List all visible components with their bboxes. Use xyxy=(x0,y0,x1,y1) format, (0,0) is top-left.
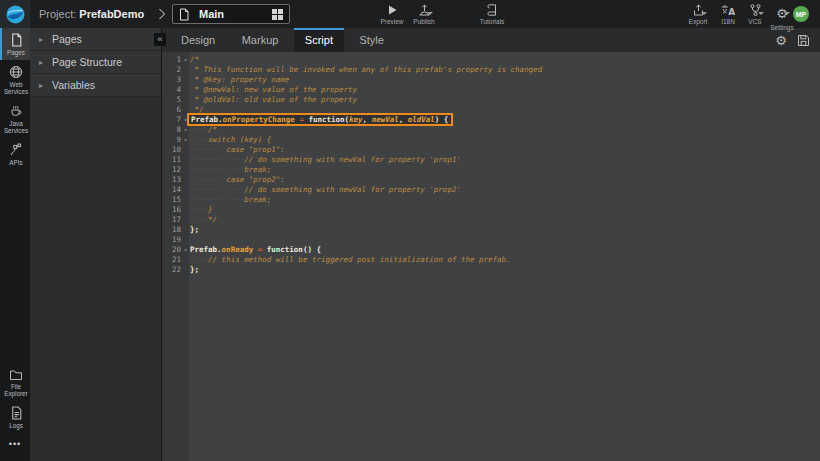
line-number[interactable]: 16 xyxy=(162,205,181,215)
line-number[interactable]: 19 xyxy=(162,235,181,245)
export-caret-icon xyxy=(701,12,707,15)
tab-style[interactable]: Style xyxy=(348,28,394,52)
sidebar-item-file-explorer[interactable]: File Explorer xyxy=(0,364,30,401)
line-number[interactable]: 8 xyxy=(162,125,181,135)
token-param: oldVal xyxy=(408,115,435,124)
code-text: ········case "prop2": xyxy=(190,175,285,185)
preview-button[interactable]: Preview xyxy=(375,4,409,26)
line-number[interactable]: 13 xyxy=(162,175,181,185)
sidebar-item-web-services[interactable]: Web Services xyxy=(0,60,30,99)
line-number[interactable]: 15 xyxy=(162,195,181,205)
page-tab-main[interactable]: Main xyxy=(172,4,290,24)
tab-design[interactable]: Design xyxy=(170,28,226,52)
line-number[interactable]: 17 xyxy=(162,215,181,225)
sidebar-item-java-services[interactable]: Java Services xyxy=(0,99,30,138)
editor-tab-bar: Design Markup Script Style ⚙ xyxy=(162,28,820,52)
token-cm: * @key: property name xyxy=(190,75,289,84)
line-number[interactable]: 21 xyxy=(162,255,181,265)
publish-button[interactable]: Publish xyxy=(407,4,441,26)
sidebar-item-logs[interactable]: Logs xyxy=(0,401,30,433)
code-text: ············break; xyxy=(190,165,271,175)
line-number[interactable]: 4 xyxy=(162,85,181,95)
save-icon[interactable] xyxy=(797,34,810,47)
line-number[interactable]: 5 xyxy=(162,95,181,105)
code-line: 9▾····switch (key) { xyxy=(162,135,820,145)
line-number[interactable]: 22 xyxy=(162,265,181,275)
sidebar-item-pages[interactable]: Pages xyxy=(0,28,30,60)
expand-triangle-icon: ▸ xyxy=(39,81,43,90)
code-line: 19 xyxy=(162,235,820,245)
editor-settings-gear-icon[interactable]: ⚙ xyxy=(775,34,787,47)
fold-gutter xyxy=(181,165,190,175)
line-number[interactable]: 9 xyxy=(162,135,181,145)
expand-triangle-icon: ▸ xyxy=(39,58,43,67)
token-cm: // do something with newVal for property… xyxy=(244,185,461,194)
code-text: ····// this method will be triggered pos… xyxy=(190,255,511,265)
line-number[interactable]: 2 xyxy=(162,65,181,75)
export-button[interactable]: Export xyxy=(681,4,715,26)
api-connector-icon xyxy=(9,143,23,157)
code-line: 14············// do something with newVa… xyxy=(162,185,820,195)
code-line: 2 * This function will be invoked when a… xyxy=(162,65,820,75)
fold-marker-icon[interactable]: ▾ xyxy=(181,125,190,135)
avatar-initials: MP xyxy=(796,11,807,18)
script-editor[interactable]: 1▾/*2 * This function will be invoked wh… xyxy=(162,52,820,461)
line-number[interactable]: 20 xyxy=(162,245,181,255)
token-prop: onReady xyxy=(222,245,254,254)
token-ws: ···· xyxy=(190,205,208,214)
code-text: ············// do something with newVal … xyxy=(190,155,461,165)
user-avatar[interactable]: MP xyxy=(793,6,809,22)
line-number[interactable]: 11 xyxy=(162,155,181,165)
fold-gutter xyxy=(181,205,190,215)
fold-gutter xyxy=(181,85,190,95)
tab-markup[interactable]: Markup xyxy=(231,28,290,52)
publish-caret-icon xyxy=(427,12,433,15)
sidebar-more-button[interactable]: ••• xyxy=(0,433,30,455)
fold-gutter xyxy=(181,235,190,245)
code-line: 4 * @newVal: new value of the property xyxy=(162,85,820,95)
code-text: Prefab.onPropertyChange = function(key, … xyxy=(190,115,453,125)
line-number[interactable]: 12 xyxy=(162,165,181,175)
sidebar-label-java-services: Java Services xyxy=(2,120,30,134)
line-number[interactable]: 18 xyxy=(162,225,181,235)
line-number[interactable]: 1 xyxy=(162,55,181,65)
fold-gutter xyxy=(181,195,190,205)
panel-collapse-button[interactable]: « xyxy=(154,33,166,46)
sidebar-label-pages: Pages xyxy=(7,49,25,56)
token-kw: , xyxy=(399,115,408,124)
coffee-cup-icon xyxy=(9,104,23,118)
fold-marker-icon[interactable]: ▾ xyxy=(181,55,190,65)
code-text: }; xyxy=(190,225,199,235)
code-text: }; xyxy=(190,265,199,275)
code-line: 22}; xyxy=(162,265,820,275)
globe-icon xyxy=(9,65,23,79)
line-number[interactable]: 3 xyxy=(162,75,181,85)
token-ws: ············ xyxy=(190,165,244,174)
sidebar-bottom-group: File Explorer Logs ••• xyxy=(0,364,30,455)
tab-script[interactable]: Script xyxy=(294,28,344,52)
pages-panel: ▸ Pages ▸ Page Structure ▸ Variables « xyxy=(30,28,162,461)
token-ws: ········ xyxy=(190,145,226,154)
sidebar-item-apis[interactable]: APIs xyxy=(0,138,30,170)
code-lines: 1▾/*2 * This function will be invoked wh… xyxy=(162,55,820,275)
line-number[interactable]: 6 xyxy=(162,105,181,115)
panel-section-pages[interactable]: ▸ Pages xyxy=(30,28,161,51)
token-cm: case "prop1": xyxy=(226,145,285,154)
token-ws: ············ xyxy=(190,185,244,194)
panel-section-pages-label: Pages xyxy=(52,33,82,45)
code-text: ····} xyxy=(190,205,213,215)
wavemaker-logo[interactable] xyxy=(0,0,30,28)
panel-section-variables[interactable]: ▸ Variables xyxy=(30,74,161,97)
token-cm: case "prop2": xyxy=(226,175,285,184)
fold-marker-icon[interactable]: ▾ xyxy=(181,135,190,145)
token-kw: function() { xyxy=(262,245,321,254)
grid-layout-icon[interactable] xyxy=(272,9,283,20)
code-text: * This function will be invoked when any… xyxy=(190,65,542,75)
tutorials-button[interactable]: Tutorials xyxy=(475,4,509,26)
line-number[interactable]: 7 xyxy=(162,115,181,125)
fold-marker-icon[interactable]: ▾ xyxy=(181,245,190,255)
panel-section-page-structure[interactable]: ▸ Page Structure xyxy=(30,51,161,74)
editor-region: Design Markup Script Style ⚙ 1▾/*2 * Thi… xyxy=(162,28,820,461)
line-number[interactable]: 10 xyxy=(162,145,181,155)
line-number[interactable]: 14 xyxy=(162,185,181,195)
